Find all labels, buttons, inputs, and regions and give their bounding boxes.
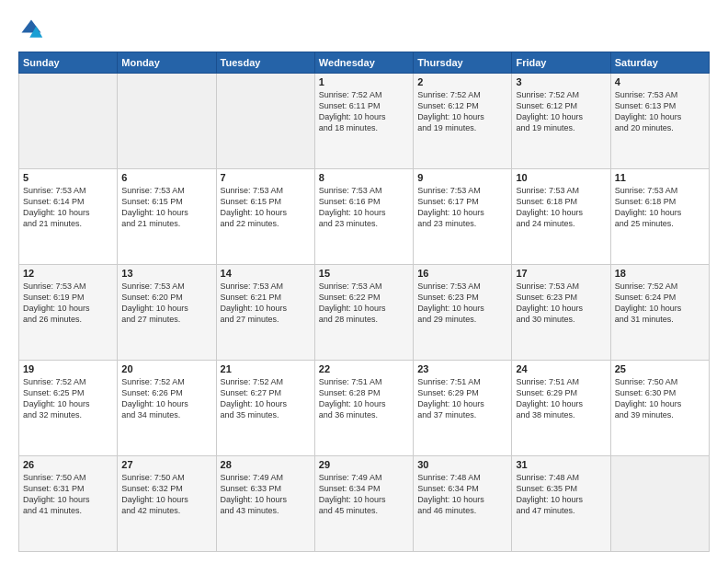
day-info: Sunrise: 7:53 AM Sunset: 6:21 PM Dayligh… (221, 281, 311, 326)
calendar-week-row: 19Sunrise: 7:52 AM Sunset: 6:25 PM Dayli… (19, 361, 710, 456)
weekday-header-row: SundayMondayTuesdayWednesdayThursdayFrid… (19, 52, 710, 74)
calendar-cell: 23Sunrise: 7:51 AM Sunset: 6:29 PM Dayli… (414, 361, 512, 456)
day-number: 22 (319, 363, 409, 374)
weekday-header: Friday (512, 52, 610, 74)
calendar-cell: 3Sunrise: 7:52 AM Sunset: 6:12 PM Daylig… (512, 74, 610, 169)
day-info: Sunrise: 7:50 AM Sunset: 6:30 PM Dayligh… (615, 376, 705, 421)
calendar-cell: 26Sunrise: 7:50 AM Sunset: 6:31 PM Dayli… (19, 456, 118, 552)
day-info: Sunrise: 7:53 AM Sunset: 6:16 PM Dayligh… (319, 185, 409, 230)
calendar-cell: 6Sunrise: 7:53 AM Sunset: 6:15 PM Daylig… (118, 169, 216, 265)
calendar-cell (610, 456, 709, 552)
day-number: 10 (516, 172, 606, 183)
calendar-cell: 7Sunrise: 7:53 AM Sunset: 6:15 PM Daylig… (216, 169, 314, 265)
day-number: 19 (23, 363, 113, 374)
calendar-cell (19, 74, 118, 169)
day-number: 8 (319, 172, 409, 183)
day-number: 15 (319, 268, 409, 279)
calendar-cell: 14Sunrise: 7:53 AM Sunset: 6:21 PM Dayli… (216, 265, 314, 361)
day-number: 29 (319, 459, 409, 470)
day-info: Sunrise: 7:53 AM Sunset: 6:18 PM Dayligh… (615, 185, 705, 230)
day-info: Sunrise: 7:52 AM Sunset: 6:11 PM Dayligh… (319, 89, 409, 134)
day-number: 28 (221, 459, 311, 470)
day-info: Sunrise: 7:52 AM Sunset: 6:26 PM Dayligh… (121, 376, 211, 421)
calendar-week-row: 26Sunrise: 7:50 AM Sunset: 6:31 PM Dayli… (19, 456, 710, 552)
calendar-cell: 2Sunrise: 7:52 AM Sunset: 6:12 PM Daylig… (414, 74, 512, 169)
header (18, 17, 710, 42)
day-info: Sunrise: 7:53 AM Sunset: 6:22 PM Dayligh… (319, 281, 409, 326)
calendar-cell: 24Sunrise: 7:51 AM Sunset: 6:29 PM Dayli… (512, 361, 610, 456)
day-number: 14 (221, 268, 311, 279)
day-info: Sunrise: 7:53 AM Sunset: 6:20 PM Dayligh… (121, 281, 211, 326)
day-info: Sunrise: 7:51 AM Sunset: 6:29 PM Dayligh… (417, 376, 507, 421)
calendar-cell: 28Sunrise: 7:49 AM Sunset: 6:33 PM Dayli… (216, 456, 314, 552)
calendar-cell: 17Sunrise: 7:53 AM Sunset: 6:23 PM Dayli… (512, 265, 610, 361)
day-info: Sunrise: 7:48 AM Sunset: 6:35 PM Dayligh… (516, 472, 606, 517)
day-number: 27 (121, 459, 211, 470)
day-number: 17 (516, 268, 606, 279)
weekday-header: Saturday (610, 52, 709, 74)
day-info: Sunrise: 7:49 AM Sunset: 6:33 PM Dayligh… (221, 472, 311, 517)
day-info: Sunrise: 7:52 AM Sunset: 6:27 PM Dayligh… (221, 376, 311, 421)
calendar-cell: 30Sunrise: 7:48 AM Sunset: 6:34 PM Dayli… (414, 456, 512, 552)
day-number: 4 (615, 76, 705, 87)
calendar-cell: 11Sunrise: 7:53 AM Sunset: 6:18 PM Dayli… (610, 169, 709, 265)
day-info: Sunrise: 7:52 AM Sunset: 6:24 PM Dayligh… (615, 281, 705, 326)
page: SundayMondayTuesdayWednesdayThursdayFrid… (0, 0, 728, 563)
logo-icon (18, 17, 44, 42)
calendar-cell (216, 74, 314, 169)
day-info: Sunrise: 7:52 AM Sunset: 6:12 PM Dayligh… (417, 89, 507, 134)
day-number: 23 (417, 363, 507, 374)
day-number: 7 (221, 172, 311, 183)
weekday-header: Tuesday (216, 52, 314, 74)
weekday-header: Monday (118, 52, 216, 74)
calendar-cell: 15Sunrise: 7:53 AM Sunset: 6:22 PM Dayli… (314, 265, 413, 361)
day-info: Sunrise: 7:48 AM Sunset: 6:34 PM Dayligh… (417, 472, 507, 517)
calendar-cell: 5Sunrise: 7:53 AM Sunset: 6:14 PM Daylig… (19, 169, 118, 265)
day-number: 31 (516, 459, 606, 470)
day-number: 30 (417, 459, 507, 470)
day-number: 5 (23, 172, 113, 183)
day-info: Sunrise: 7:49 AM Sunset: 6:34 PM Dayligh… (319, 472, 409, 517)
logo (18, 17, 48, 42)
calendar-cell: 19Sunrise: 7:52 AM Sunset: 6:25 PM Dayli… (19, 361, 118, 456)
day-info: Sunrise: 7:50 AM Sunset: 6:31 PM Dayligh… (23, 472, 113, 517)
day-number: 2 (417, 76, 507, 87)
calendar-cell: 25Sunrise: 7:50 AM Sunset: 6:30 PM Dayli… (610, 361, 709, 456)
day-number: 3 (516, 76, 606, 87)
calendar-cell: 12Sunrise: 7:53 AM Sunset: 6:19 PM Dayli… (19, 265, 118, 361)
calendar-week-row: 1Sunrise: 7:52 AM Sunset: 6:11 PM Daylig… (19, 74, 710, 169)
calendar-cell: 13Sunrise: 7:53 AM Sunset: 6:20 PM Dayli… (118, 265, 216, 361)
calendar-cell: 16Sunrise: 7:53 AM Sunset: 6:23 PM Dayli… (414, 265, 512, 361)
day-info: Sunrise: 7:53 AM Sunset: 6:18 PM Dayligh… (516, 185, 606, 230)
calendar-week-row: 12Sunrise: 7:53 AM Sunset: 6:19 PM Dayli… (19, 265, 710, 361)
calendar-cell: 9Sunrise: 7:53 AM Sunset: 6:17 PM Daylig… (414, 169, 512, 265)
day-info: Sunrise: 7:53 AM Sunset: 6:23 PM Dayligh… (516, 281, 606, 326)
day-info: Sunrise: 7:53 AM Sunset: 6:23 PM Dayligh… (417, 281, 507, 326)
calendar-cell: 31Sunrise: 7:48 AM Sunset: 6:35 PM Dayli… (512, 456, 610, 552)
day-number: 6 (121, 172, 211, 183)
calendar-cell: 21Sunrise: 7:52 AM Sunset: 6:27 PM Dayli… (216, 361, 314, 456)
day-info: Sunrise: 7:53 AM Sunset: 6:15 PM Dayligh… (221, 185, 311, 230)
day-info: Sunrise: 7:51 AM Sunset: 6:29 PM Dayligh… (516, 376, 606, 421)
calendar-cell: 8Sunrise: 7:53 AM Sunset: 6:16 PM Daylig… (314, 169, 413, 265)
day-number: 13 (121, 268, 211, 279)
calendar-table: SundayMondayTuesdayWednesdayThursdayFrid… (18, 52, 710, 552)
day-number: 26 (23, 459, 113, 470)
day-info: Sunrise: 7:53 AM Sunset: 6:14 PM Dayligh… (23, 185, 113, 230)
calendar-cell: 20Sunrise: 7:52 AM Sunset: 6:26 PM Dayli… (118, 361, 216, 456)
day-number: 16 (417, 268, 507, 279)
day-number: 9 (417, 172, 507, 183)
day-number: 24 (516, 363, 606, 374)
calendar-cell: 4Sunrise: 7:53 AM Sunset: 6:13 PM Daylig… (610, 74, 709, 169)
calendar-cell: 22Sunrise: 7:51 AM Sunset: 6:28 PM Dayli… (314, 361, 413, 456)
weekday-header: Thursday (414, 52, 512, 74)
day-info: Sunrise: 7:53 AM Sunset: 6:15 PM Dayligh… (121, 185, 211, 230)
calendar-cell: 29Sunrise: 7:49 AM Sunset: 6:34 PM Dayli… (314, 456, 413, 552)
weekday-header: Sunday (19, 52, 118, 74)
day-info: Sunrise: 7:51 AM Sunset: 6:28 PM Dayligh… (319, 376, 409, 421)
day-number: 25 (615, 363, 705, 374)
day-info: Sunrise: 7:53 AM Sunset: 6:13 PM Dayligh… (615, 89, 705, 134)
day-info: Sunrise: 7:52 AM Sunset: 6:12 PM Dayligh… (516, 89, 606, 134)
day-number: 21 (221, 363, 311, 374)
day-number: 18 (615, 268, 705, 279)
